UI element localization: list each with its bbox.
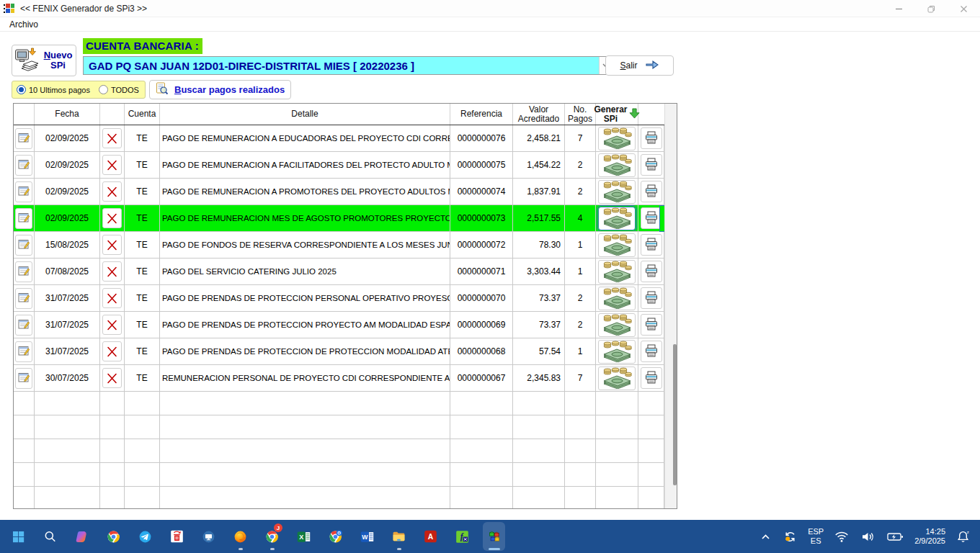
copilot-icon[interactable] xyxy=(71,522,93,551)
file-explorer-icon[interactable] xyxy=(388,522,410,551)
search-icon[interactable] xyxy=(39,522,61,551)
generate-spi-button[interactable] xyxy=(598,153,636,177)
edit-form-icon xyxy=(18,158,30,172)
delete-payment-button[interactable] xyxy=(102,341,122,361)
header-edit-col xyxy=(14,104,35,125)
print-payment-button[interactable] xyxy=(641,261,662,282)
print-payment-button[interactable] xyxy=(641,207,662,229)
remote-desktop-icon[interactable] xyxy=(197,522,220,551)
payment-count: 2 xyxy=(565,179,596,205)
edit-payment-button[interactable] xyxy=(15,315,32,336)
edit-payment-button[interactable] xyxy=(15,181,32,202)
delete-payment-button[interactable] xyxy=(102,261,122,282)
delete-payment-button[interactable] xyxy=(102,288,122,308)
salir-button[interactable]: Salir xyxy=(605,55,674,76)
close-button[interactable] xyxy=(948,0,980,17)
print-payment-button[interactable] xyxy=(641,341,662,362)
generate-spi-button[interactable] xyxy=(598,367,636,390)
firefox-icon[interactable] xyxy=(229,522,251,551)
payment-reference: 0000000075 xyxy=(450,152,513,179)
generate-spi-button[interactable] xyxy=(598,340,636,364)
cuenta-bancaria-select[interactable]: GAD PQ SAN JUAN 12D01-DIREC-DISTRITAL MI… xyxy=(83,56,613,75)
print-payment-button[interactable] xyxy=(641,314,662,336)
chrome-icon[interactable] xyxy=(102,522,125,551)
minimize-button[interactable] xyxy=(883,0,915,17)
payment-row[interactable]: 15/08/2025TEPAGO DE FONDOS DE RESERVA CO… xyxy=(14,232,664,258)
generate-spi-button[interactable] xyxy=(598,233,636,257)
payment-row[interactable]: 31/07/2025TEPAGO DE PRENDAS DE PROTECCIO… xyxy=(14,312,664,338)
edit-form-icon xyxy=(18,292,30,305)
header-detalle: Detalle xyxy=(160,104,450,125)
sync-status-icon[interactable] xyxy=(782,529,798,545)
generate-spi-button[interactable] xyxy=(598,207,636,230)
radio-10-ultimos[interactable]: 10 Ultimos pagos xyxy=(17,85,90,94)
generate-spi-button[interactable] xyxy=(598,260,636,284)
notification-bell-icon[interactable]: z xyxy=(955,529,971,545)
edit-payment-button[interactable] xyxy=(15,128,32,149)
edit-payment-button[interactable] xyxy=(15,288,32,309)
language-indicator[interactable]: ESPES xyxy=(808,527,824,545)
payment-row[interactable]: 30/07/2025TEREMUNERACION PERSONAL DE PRO… xyxy=(14,365,664,392)
printer-icon xyxy=(644,157,659,174)
hidden-icons-chevron-icon[interactable] xyxy=(759,531,772,543)
telegram-icon[interactable] xyxy=(134,522,156,551)
delete-payment-button[interactable] xyxy=(102,155,122,175)
payment-date: 15/08/2025 xyxy=(35,232,100,258)
fenix-icon[interactable]: f xyxy=(451,522,473,551)
delete-payment-button[interactable] xyxy=(102,235,122,255)
payment-row[interactable]: 07/08/2025TEPAGO DEL SERVICIO CATERING J… xyxy=(14,258,664,285)
cuenta-bancaria-label: CUENTA BANCARIA : xyxy=(83,38,202,54)
edit-form-icon xyxy=(18,265,30,279)
edit-payment-button[interactable] xyxy=(15,235,32,256)
generate-spi-button[interactable] xyxy=(598,180,636,204)
payment-row[interactable]: 02/09/2025TEPAGO DE REMUNERACION A FACIL… xyxy=(14,152,664,179)
edit-form-icon xyxy=(18,345,30,359)
print-payment-button[interactable] xyxy=(641,287,662,309)
excel-icon[interactable]: X xyxy=(293,522,315,551)
print-payment-button[interactable] xyxy=(641,181,662,202)
volume-icon[interactable] xyxy=(860,529,876,544)
payment-row[interactable]: 31/07/2025TEPAGO DE PRENDAS DE PROTECCIO… xyxy=(14,338,664,365)
restore-button[interactable] xyxy=(915,0,948,17)
delete-payment-button[interactable] xyxy=(102,315,122,335)
edit-payment-button[interactable] xyxy=(15,155,32,176)
payment-row[interactable]: 02/09/2025TEPAGO DE REMUNERACION A EDUCA… xyxy=(14,125,664,152)
edit-payment-button[interactable] xyxy=(15,368,32,389)
print-payment-button[interactable] xyxy=(641,154,662,176)
scrollbar-thumb[interactable] xyxy=(673,344,677,485)
generate-spi-button[interactable] xyxy=(598,287,636,310)
payment-row[interactable]: 02/09/2025TEPAGO DE REMUNERACION MES DE … xyxy=(14,205,664,232)
delete-payment-button[interactable] xyxy=(102,208,122,228)
edit-form-icon xyxy=(18,372,30,385)
acrobat-icon[interactable]: A xyxy=(419,522,442,551)
filter-panel: 10 Ultimos pagos TODOS xyxy=(12,81,146,99)
recycle-tool-icon[interactable] xyxy=(166,522,188,551)
nuevo-spi-button[interactable]: Nuevo SPi xyxy=(12,45,76,76)
radio-todos[interactable]: TODOS xyxy=(99,85,139,94)
print-payment-button[interactable] xyxy=(641,367,662,389)
start-icon[interactable] xyxy=(7,522,30,551)
buscar-pagos-button[interactable]: Buscar pagos realizados xyxy=(149,80,291,99)
payment-count: 2 xyxy=(565,312,596,338)
wifi-icon[interactable] xyxy=(833,529,850,544)
battery-icon[interactable] xyxy=(886,529,905,544)
word-icon[interactable]: W xyxy=(356,522,378,551)
fenix-spi-icon[interactable] xyxy=(483,522,505,551)
edit-payment-button[interactable] xyxy=(15,208,32,229)
delete-payment-button[interactable] xyxy=(102,128,122,148)
print-payment-button[interactable] xyxy=(641,234,662,256)
clock[interactable]: 14:252/9/2025 xyxy=(914,527,945,545)
generate-spi-button[interactable] xyxy=(598,313,636,337)
chrome-profile-icon[interactable]: J xyxy=(261,522,283,551)
chrome-remote-icon[interactable] xyxy=(324,522,347,551)
delete-payment-button[interactable] xyxy=(102,181,122,202)
print-payment-button[interactable] xyxy=(641,127,662,149)
menu-archivo[interactable]: Archivo xyxy=(6,19,41,30)
delete-payment-button[interactable] xyxy=(102,368,122,388)
edit-payment-button[interactable] xyxy=(15,261,32,282)
payment-row[interactable]: 31/07/2025TEPAGO DE PRENDAS DE PROTECCIO… xyxy=(14,285,664,312)
payment-row[interactable]: 02/09/2025TEPAGO DE REMUNERACION A PROMO… xyxy=(14,179,664,205)
generate-spi-button[interactable] xyxy=(598,127,636,150)
vertical-scrollbar[interactable] xyxy=(664,104,677,508)
edit-payment-button[interactable] xyxy=(15,341,32,362)
